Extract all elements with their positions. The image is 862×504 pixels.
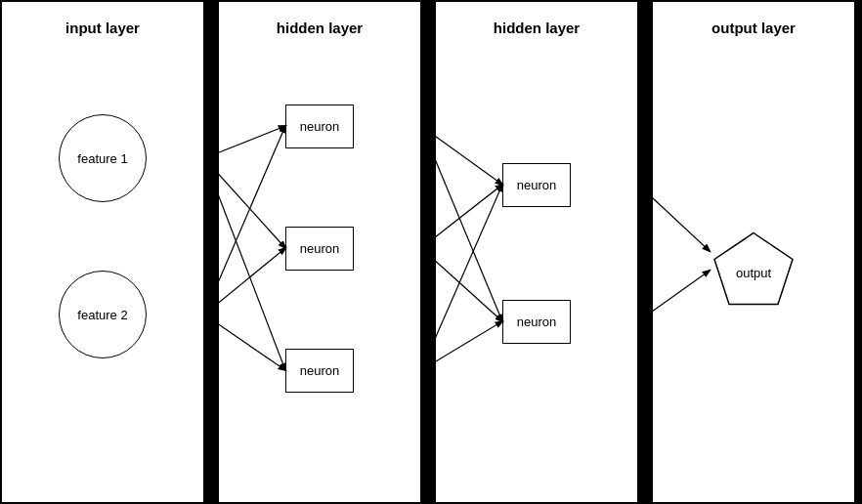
svg-line-2 xyxy=(204,158,285,370)
svg-line-0 xyxy=(204,126,285,158)
svg-line-6 xyxy=(421,126,502,185)
input-layer-content: feature 1 feature 2 xyxy=(2,36,203,502)
output-layer-panel: output layer output xyxy=(651,0,856,504)
hidden2-neuron-2: neuron xyxy=(502,300,571,344)
svg-line-3 xyxy=(204,126,285,315)
hidden2-layer-title: hidden layer xyxy=(494,20,580,36)
input-layer-panel: input layer feature 1 feature 2 xyxy=(0,0,205,504)
hidden1-layer-panel: hidden layer neuron neuron neuron xyxy=(217,0,422,504)
svg-line-11 xyxy=(421,321,502,370)
input-layer-title: input layer xyxy=(65,20,140,36)
output-layer-title: output layer xyxy=(711,20,796,36)
gap-1 xyxy=(205,0,217,504)
svg-line-10 xyxy=(421,185,502,370)
hidden1-neuron-1: neuron xyxy=(285,105,354,148)
svg-line-4 xyxy=(204,248,285,315)
hidden2-layer-panel: hidden layer neuron neuron xyxy=(434,0,639,504)
svg-text:output: output xyxy=(736,265,772,279)
hidden2-layer-content: neuron neuron xyxy=(436,36,637,502)
input-node-1: feature 1 xyxy=(59,114,147,202)
output-layer-content: output xyxy=(653,36,854,502)
gap-3 xyxy=(639,0,651,504)
svg-line-9 xyxy=(421,248,502,321)
hidden2-arrows xyxy=(436,36,637,502)
svg-line-7 xyxy=(421,126,502,321)
hidden1-layer-title: hidden layer xyxy=(277,20,363,36)
neural-network-diagram: input layer feature 1 feature 2 hidden l… xyxy=(0,0,862,504)
svg-line-8 xyxy=(421,185,502,248)
svg-line-1 xyxy=(204,158,285,248)
hidden1-neuron-2: neuron xyxy=(285,227,354,271)
input-node-2: feature 2 xyxy=(59,271,147,358)
hidden2-neuron-1: neuron xyxy=(502,163,571,207)
svg-line-5 xyxy=(204,315,285,370)
hidden1-layer-content: neuron neuron neuron xyxy=(219,36,420,502)
hidden1-neuron-3: neuron xyxy=(285,349,354,393)
output-pentagon: output xyxy=(710,228,797,311)
gap-2 xyxy=(422,0,434,504)
